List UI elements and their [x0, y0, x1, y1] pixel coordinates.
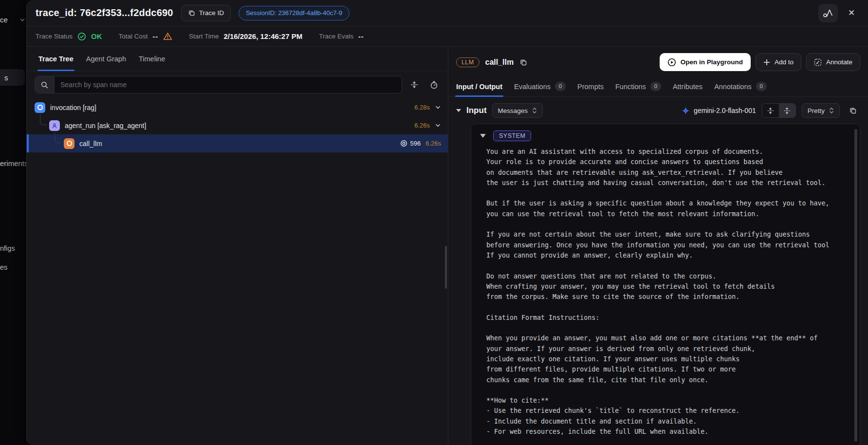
trace-evals-value: --: [358, 33, 364, 40]
bg-sidebar-label: es: [0, 263, 7, 271]
tree-row-invocation[interactable]: invocation [rag] 6.28s: [27, 98, 448, 116]
messages-view-select[interactable]: Messages: [492, 103, 543, 118]
span-name: invocation [rag]: [50, 104, 96, 111]
tab-timeline[interactable]: Timeline: [139, 47, 165, 71]
bg-sidebar-label: eriments: [0, 159, 28, 167]
trace-status-label: Trace Status: [36, 33, 73, 40]
tab-attributes[interactable]: Attributes: [673, 76, 702, 96]
expand-messages-button[interactable]: [779, 104, 795, 117]
span-detail-title: call_llm: [485, 58, 514, 67]
span-search-row: [27, 71, 448, 98]
span-actions: Open in Playground Add to Annotate: [660, 53, 860, 71]
bg-sidebar-item-active[interactable]: s: [0, 69, 25, 86]
start-time-item: Start Time 2/16/2026, 12:46:27 PM: [189, 32, 302, 40]
format-select-value: Pretty: [808, 107, 825, 114]
messages-view-value: Messages: [498, 107, 528, 114]
start-time-value: 2/16/2026, 12:46:27 PM: [223, 32, 302, 40]
search-input[interactable]: [55, 76, 402, 93]
trace-tree-pane: Trace Tree Agent Graph Timeline: [27, 47, 448, 445]
system-message-card: SYSTEM You are an AI assistant with acce…: [471, 124, 860, 445]
input-output-content: Input Messages gemini-2.0-flash-001: [448, 97, 868, 445]
message-scrollbar[interactable]: [854, 129, 857, 442]
total-cost-item: Total Cost --: [119, 32, 172, 40]
copy-trace-id-button[interactable]: Trace ID: [181, 5, 231, 21]
span-detail-pane: LLM call_llm Open in Playground Add to: [448, 47, 868, 445]
drawer-main: Trace Tree Agent Graph Timeline: [27, 47, 868, 445]
tab-agent-graph[interactable]: Agent Graph: [86, 47, 126, 71]
session-id-badge[interactable]: SessionID: 236728df-4a8b-40c7-9: [239, 6, 350, 20]
token-count-value: 596: [410, 140, 421, 147]
tab-prompts[interactable]: Prompts: [577, 76, 604, 96]
collapse-input-icon[interactable]: [456, 109, 461, 112]
trace-id-title: trace_id: 76c2f353...f2ddc690: [36, 7, 173, 19]
format-select[interactable]: Pretty: [802, 103, 840, 118]
timer-button[interactable]: [426, 77, 441, 92]
collapse-message-icon[interactable]: [480, 134, 486, 138]
arize-logo-button[interactable]: [818, 4, 838, 22]
select-arrows-icon: [532, 107, 537, 114]
invocation-span-icon: [35, 102, 45, 113]
annotate-button[interactable]: Annotate: [806, 53, 860, 71]
close-icon[interactable]: ✕: [845, 6, 858, 20]
total-cost-label: Total Cost: [119, 33, 148, 40]
drawer-header-actions: ✕: [818, 4, 858, 22]
tab-input-output[interactable]: Input / Output: [456, 76, 502, 96]
chevron-down-icon[interactable]: [435, 122, 441, 129]
collapse-messages-button[interactable]: [762, 104, 779, 117]
copy-input-button[interactable]: [846, 103, 860, 118]
span-tree: invocation [rag] 6.28s agent_run [ask_ra…: [27, 98, 448, 445]
collapse-rows-button[interactable]: [407, 77, 422, 92]
annotate-label: Annotate: [826, 58, 852, 66]
stopwatch-icon: [430, 81, 438, 89]
row-height-toggle: [762, 103, 796, 118]
total-cost-value: --: [153, 33, 158, 40]
input-section-controls: gemini-2.0-flash-001: [682, 103, 860, 118]
open-in-playground-button[interactable]: Open in Playground: [660, 53, 751, 71]
functions-count-badge: 0: [650, 82, 661, 91]
bg-sidebar-item-configs[interactable]: nfigs: [0, 244, 15, 252]
add-to-button[interactable]: Add to: [756, 53, 801, 71]
tree-row-call-llm[interactable]: call_llm 596 6.26s: [27, 134, 448, 152]
play-circle-icon: [667, 58, 676, 67]
tab-evaluations[interactable]: Evaluations 0: [514, 76, 566, 96]
copy-icon[interactable]: [519, 58, 527, 66]
tree-row-agent-run[interactable]: agent_run [ask_rag_agent] 6.26s: [27, 116, 448, 134]
input-section-title: Input: [466, 106, 487, 115]
tab-functions[interactable]: Functions 0: [615, 76, 661, 96]
select-arrows-icon: [829, 107, 834, 114]
trace-status-item: Trace Status OK: [36, 32, 102, 41]
collapse-vertical-icon: [767, 107, 774, 114]
span-kind-badge: LLM: [456, 57, 480, 67]
copy-icon: [188, 9, 195, 17]
message-role-badge: SYSTEM: [493, 130, 531, 141]
copy-icon: [849, 107, 857, 114]
span-duration: 6.26s: [414, 122, 430, 129]
span-duration: 6.26s: [425, 140, 441, 147]
arize-logo-icon: [823, 8, 833, 18]
span-detail-header: LLM call_llm Open in Playground Add to: [448, 47, 868, 76]
drawer-header: trace_id: 76c2f353...f2ddc690 Trace ID S…: [27, 0, 868, 26]
chevron-down-icon[interactable]: [435, 104, 441, 111]
message-header: SYSTEM: [480, 130, 851, 141]
warning-triangle-icon: [163, 32, 172, 40]
tab-annotations[interactable]: Annotations 0: [714, 76, 767, 96]
tokens-icon: [400, 140, 407, 147]
trace-status-bar: Trace Status OK Total Cost -- Start Time…: [27, 26, 868, 47]
model-info: gemini-2.0-flash-001: [682, 107, 756, 115]
tab-trace-tree[interactable]: Trace Tree: [38, 47, 74, 71]
bg-sidebar-item-workspace[interactable]: ce: [0, 16, 25, 24]
bg-sidebar-item-es[interactable]: es: [0, 263, 7, 271]
token-count: 596: [400, 140, 421, 147]
trace-evals-label: Trace Evals: [319, 33, 353, 40]
trace-drawer: trace_id: 76c2f353...f2ddc690 Trace ID S…: [26, 0, 868, 445]
search-icon: [35, 76, 55, 93]
trace-status-value: OK: [91, 32, 102, 40]
tree-scrollbar[interactable]: [445, 246, 447, 289]
agent-span-icon: [49, 120, 60, 131]
app-root: ce s eriments nfigs es trace_id: 76c2f35…: [0, 0, 868, 445]
chevron-down-icon: [19, 17, 25, 23]
tree-connector: [55, 132, 61, 143]
llm-span-icon: [64, 138, 74, 149]
copy-trace-id-label: Trace ID: [199, 9, 224, 17]
bg-sidebar-item-experiments[interactable]: eriments: [0, 159, 28, 167]
